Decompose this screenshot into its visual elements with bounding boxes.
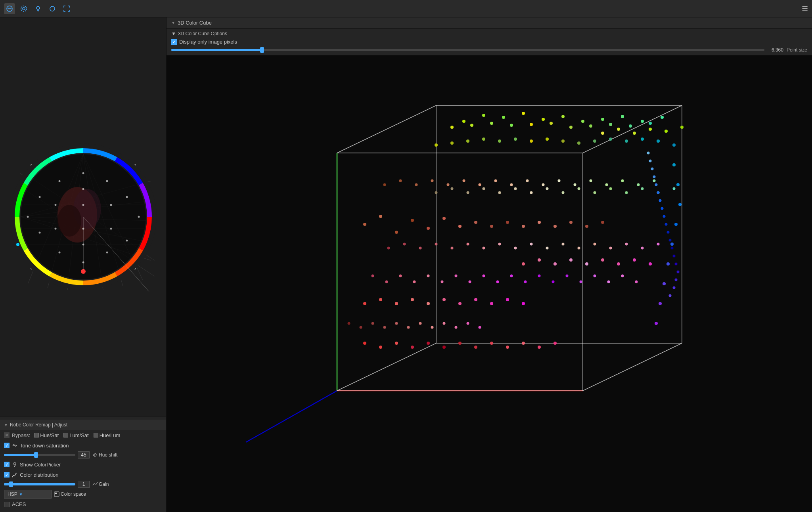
svg-point-204 — [379, 346, 382, 349]
svg-point-189 — [617, 262, 620, 266]
svg-point-234 — [387, 247, 390, 250]
svg-point-232 — [637, 183, 640, 186]
svg-point-159 — [676, 183, 680, 186]
svg-point-285 — [546, 187, 549, 190]
svg-point-171 — [427, 227, 430, 230]
svg-point-180 — [569, 221, 573, 224]
svg-point-120 — [462, 120, 465, 123]
svg-point-156 — [657, 139, 660, 143]
toolbar-icon-expand[interactable] — [61, 3, 72, 14]
tone-down-slider[interactable] — [4, 454, 75, 456]
tone-down-value: 45 — [78, 451, 90, 459]
svg-point-192 — [363, 302, 366, 305]
svg-point-259 — [469, 281, 471, 283]
point-size-value: 6.360 — [768, 47, 783, 53]
hue-sat-label: Hue/Sat — [40, 432, 59, 438]
show-colorpicker-checkbox[interactable] — [4, 462, 10, 467]
dropdown-arrow-icon: ▼ — [19, 492, 23, 497]
svg-point-149 — [546, 138, 549, 141]
svg-point-208 — [442, 346, 446, 349]
svg-point-217 — [399, 180, 402, 182]
gain-row: 1 Gain — [0, 480, 166, 489]
svg-point-224 — [510, 183, 513, 186]
svg-point-137 — [569, 126, 573, 129]
panel-header: ▼ Nobe Color Remap | Adjust — [0, 420, 166, 430]
svg-point-293 — [673, 187, 676, 190]
svg-point-173 — [458, 225, 462, 228]
color-wheel-container[interactable] — [8, 141, 159, 292]
hsp-dropdown[interactable]: HSP ▼ — [4, 490, 52, 499]
svg-point-228 — [574, 183, 576, 186]
svg-point-92 — [138, 216, 140, 218]
svg-point-91 — [110, 204, 112, 206]
svg-point-275 — [649, 128, 652, 131]
bypass-checkbox[interactable] — [4, 432, 10, 438]
svg-point-237 — [435, 243, 438, 246]
svg-point-252 — [372, 275, 374, 277]
svg-point-215 — [553, 342, 557, 345]
svg-point-223 — [494, 180, 497, 182]
svg-point-97 — [126, 240, 128, 242]
svg-point-197 — [442, 298, 446, 301]
svg-point-209 — [458, 342, 462, 345]
hue-shift-button[interactable]: Hue shift — [92, 452, 117, 458]
hue-sat-check[interactable] — [34, 433, 39, 437]
panel-arrow: ▼ — [4, 423, 8, 427]
svg-point-301 — [431, 326, 434, 329]
svg-point-306 — [669, 294, 672, 297]
aces-checkbox[interactable] — [4, 502, 10, 507]
svg-point-235 — [403, 243, 406, 246]
svg-point-82 — [82, 172, 84, 174]
mode-hue-sat[interactable]: Hue/Sat — [34, 432, 59, 438]
color-wheel-area — [0, 17, 166, 416]
display-only-checkbox[interactable] — [171, 39, 177, 45]
color-distribution-checkbox[interactable] — [4, 472, 10, 478]
hue-lum-check[interactable] — [94, 433, 98, 437]
svg-point-296 — [372, 322, 374, 325]
svg-point-287 — [578, 187, 580, 190]
svg-point-152 — [593, 139, 596, 143]
svg-point-135 — [530, 123, 533, 126]
svg-point-193 — [379, 298, 382, 301]
svg-point-181 — [585, 225, 588, 228]
cube-options-panel: ▼ 3D Color Cube Options Display only ima… — [167, 29, 812, 55]
color-distribution-label: Color distribution — [20, 472, 59, 478]
hue-shift-label: Hue shift — [99, 452, 117, 458]
toolbar-icon-settings[interactable] — [18, 3, 29, 14]
tone-down-label: Tone down saturation — [20, 443, 69, 449]
gain-slider[interactable] — [4, 483, 75, 485]
svg-point-186 — [569, 258, 573, 262]
point-size-slider[interactable] — [171, 49, 764, 51]
svg-point-277 — [680, 126, 684, 129]
svg-rect-109 — [55, 493, 57, 494]
svg-point-150 — [561, 139, 565, 143]
svg-point-290 — [625, 191, 628, 194]
svg-point-270 — [621, 275, 624, 277]
svg-point-121 — [482, 114, 485, 117]
svg-point-288 — [594, 191, 596, 194]
toolbar-icon-circle[interactable] — [47, 3, 58, 14]
svg-point-84 — [106, 180, 108, 182]
svg-point-187 — [585, 262, 588, 266]
svg-point-130 — [661, 116, 664, 119]
aces-label: ACES — [12, 501, 26, 507]
lum-sat-check[interactable] — [63, 433, 68, 437]
svg-point-89 — [54, 204, 56, 206]
mode-lum-sat[interactable]: Lum/Sat — [63, 432, 88, 438]
toolbar-menu-icon[interactable]: ☰ — [802, 4, 808, 13]
toolbar-icon-bulb[interactable] — [33, 3, 44, 14]
gain-value: 1 — [78, 481, 90, 488]
svg-point-214 — [538, 346, 541, 349]
svg-point-185 — [553, 262, 557, 266]
show-colorpicker-label: Show ColorPicker — [20, 462, 61, 468]
svg-point-233 — [653, 180, 656, 182]
svg-point-316 — [663, 215, 666, 218]
svg-point-199 — [474, 298, 477, 301]
toolbar-icon-brush[interactable] — [4, 3, 15, 14]
mode-hue-lum[interactable]: Hue/Lum — [94, 432, 121, 438]
svg-point-227 — [558, 180, 561, 182]
cube-visualization[interactable] — [167, 55, 812, 512]
svg-point-240 — [483, 247, 485, 250]
hue-shift-icon — [92, 452, 98, 458]
tone-down-checkbox[interactable] — [4, 443, 10, 448]
